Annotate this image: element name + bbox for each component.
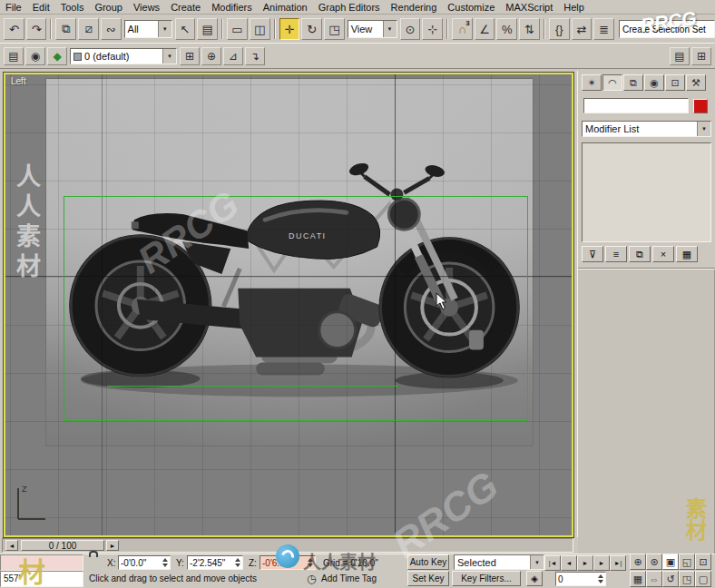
previous-frame-icon[interactable]: ◄ — [561, 555, 577, 571]
key-set-selector-dropdown[interactable]: Selected ▼ — [454, 554, 544, 570]
zoom-icon[interactable]: ⊕ — [630, 554, 646, 570]
edit-named-selection-sets-icon[interactable]: {} — [549, 18, 570, 40]
make-unique-icon[interactable]: ⧉ — [629, 246, 651, 262]
menu-views[interactable]: Views — [128, 1, 165, 14]
reference-coordinate-dropdown[interactable]: View ▼ — [348, 20, 397, 38]
go-to-start-icon[interactable]: |◄ — [544, 555, 561, 571]
viewport-left[interactable]: Left — [4, 73, 573, 537]
add-selection-to-layer-icon[interactable]: ⊕ — [201, 47, 221, 65]
select-and-link-icon[interactable]: ⧉ — [55, 18, 76, 40]
pan-view-icon[interactable]: ⇔ — [646, 571, 662, 587]
x-coord-field[interactable]: -0'0.0" — [118, 555, 171, 570]
chevron-down-icon[interactable]: ▼ — [530, 555, 544, 569]
zoom-extents-icon[interactable]: ▣ — [662, 554, 679, 570]
spinner-up-icon[interactable] — [598, 574, 603, 578]
play-animation-icon[interactable]: ► — [577, 555, 593, 571]
layer-manager-icon[interactable]: ▤ — [4, 47, 24, 65]
chevron-down-icon[interactable]: ▼ — [697, 122, 710, 136]
undo-icon[interactable]: ↶ — [4, 18, 24, 40]
arc-rotate-icon[interactable]: ↺ — [662, 571, 679, 587]
menu-edit[interactable]: Edit — [27, 1, 55, 14]
spinner-down-icon[interactable] — [162, 564, 168, 567]
set-current-layer-icon[interactable]: ↴ — [245, 47, 265, 65]
use-pivot-center-icon[interactable]: ⊙ — [400, 18, 421, 40]
time-step-forward-icon[interactable]: ► — [106, 540, 119, 551]
remove-modifier-icon[interactable]: × — [652, 246, 674, 262]
tab-utilities-icon[interactable]: ⚒ — [686, 74, 706, 91]
tab-create-icon[interactable]: ✶ — [582, 74, 602, 91]
tab-hierarchy-icon[interactable]: ⧉ — [623, 74, 643, 91]
window-crossing-toggle-icon[interactable]: ◫ — [250, 18, 270, 40]
zoom-region-icon[interactable]: ◱ — [679, 554, 695, 570]
z-coord-field[interactable]: -0'6.151" — [260, 555, 316, 570]
angle-snap-icon[interactable]: ∠ — [475, 18, 495, 40]
spinner-up-icon[interactable] — [308, 558, 313, 562]
menu-animation[interactable]: Animation — [258, 1, 313, 14]
current-frame-field[interactable]: 0 — [555, 572, 606, 586]
menu-create[interactable]: Create — [165, 1, 206, 14]
menu-modifiers[interactable]: Modifiers — [206, 1, 258, 14]
maxscript-mini-listener-white[interactable]: 557' — [0, 571, 83, 587]
bind-to-spacewarp-icon[interactable]: ∾ — [101, 18, 122, 40]
select-objects-in-layer-icon[interactable]: ⊿ — [223, 47, 243, 65]
menu-group[interactable]: Group — [89, 1, 128, 14]
time-slider-track[interactable]: ◄ 0 / 100 ► — [2, 538, 573, 553]
zoom-all-icon[interactable]: ⊛ — [646, 554, 662, 570]
redo-icon[interactable]: ↷ — [26, 18, 47, 40]
object-color-swatch[interactable] — [693, 99, 708, 113]
time-step-back-icon[interactable]: ◄ — [5, 540, 18, 551]
align-icon[interactable]: ≣ — [593, 18, 614, 40]
spinner-down-icon[interactable] — [235, 564, 240, 567]
toolbar-extra-icon-2[interactable]: ⊞ — [691, 47, 711, 65]
set-key-button[interactable]: Set Key — [407, 571, 449, 586]
menu-help[interactable]: Help — [558, 1, 590, 14]
select-and-scale-icon[interactable]: ◳ — [324, 18, 345, 40]
time-slider-handle[interactable]: 0 / 100 — [21, 540, 104, 551]
menu-customize[interactable]: Customize — [442, 1, 500, 14]
spinner-up-icon[interactable] — [162, 558, 168, 562]
object-name-field[interactable] — [583, 98, 689, 113]
tab-modify-icon[interactable]: ◠ — [602, 74, 622, 91]
named-selection-set-field[interactable] — [619, 20, 715, 38]
maxscript-mini-listener-pink[interactable] — [0, 554, 83, 571]
layer-visibility-eye-icon[interactable]: ◉ — [25, 47, 45, 65]
layer-properties-icon[interactable]: ◆ — [47, 47, 67, 65]
menu-tools[interactable]: Tools — [55, 1, 90, 14]
select-by-name-icon[interactable]: ▤ — [197, 18, 218, 40]
pin-stack-icon[interactable]: ⊽ — [582, 246, 603, 262]
menu-file[interactable]: File — [0, 1, 27, 14]
key-mode-toggle-icon[interactable]: ◈ — [526, 571, 543, 586]
menu-graph-editors[interactable]: Graph Editors — [313, 1, 386, 14]
select-object-icon[interactable]: ↖ — [175, 18, 196, 40]
select-and-rotate-icon[interactable]: ↻ — [301, 18, 322, 40]
go-to-end-icon[interactable]: ►| — [610, 555, 626, 571]
snap-toggle-icon[interactable]: ∩3 — [452, 18, 473, 40]
select-and-manipulate-icon[interactable]: ⊹ — [422, 18, 443, 40]
modifier-list-dropdown[interactable]: Modifier List ▼ — [582, 121, 711, 137]
y-coord-field[interactable]: -2'2.545" — [187, 555, 243, 570]
auto-key-button[interactable]: Auto Key — [407, 554, 449, 570]
mirror-icon[interactable]: ⇄ — [572, 18, 593, 40]
rectangular-selection-region-icon[interactable]: ▭ — [227, 18, 248, 40]
chevron-down-icon[interactable]: ▼ — [383, 21, 397, 37]
nav-misc-icon[interactable]: ▢ — [695, 571, 711, 587]
tab-display-icon[interactable]: ⊡ — [665, 74, 685, 91]
percent-snap-icon[interactable]: % — [496, 18, 517, 40]
modifier-stack-list[interactable] — [582, 142, 711, 242]
show-end-result-icon[interactable]: ≡ — [605, 246, 627, 262]
configure-modifier-sets-icon[interactable]: ▦ — [676, 246, 698, 262]
spinner-snap-icon[interactable]: ⇅ — [519, 18, 540, 40]
spinner-down-icon[interactable] — [308, 564, 313, 567]
spinner-up-icon[interactable] — [235, 558, 240, 562]
current-layer-dropdown[interactable]: 0 (default) ▼ — [70, 48, 177, 64]
viewport-label[interactable]: Left — [11, 76, 26, 86]
spinner-down-icon[interactable] — [598, 580, 603, 583]
add-time-tag[interactable]: Add Time Tag — [321, 573, 377, 583]
create-new-layer-icon[interactable]: ⊞ — [180, 47, 200, 65]
toolbar-extra-icon-1[interactable]: ▤ — [670, 47, 690, 65]
key-filters-button[interactable]: Key Filters... — [452, 571, 521, 586]
menu-maxscript[interactable]: MAXScript — [500, 1, 558, 14]
tab-motion-icon[interactable]: ◉ — [644, 74, 664, 91]
selection-filter-dropdown[interactable]: All ▼ — [124, 20, 172, 38]
maximize-viewport-icon[interactable]: ◳ — [679, 571, 695, 587]
